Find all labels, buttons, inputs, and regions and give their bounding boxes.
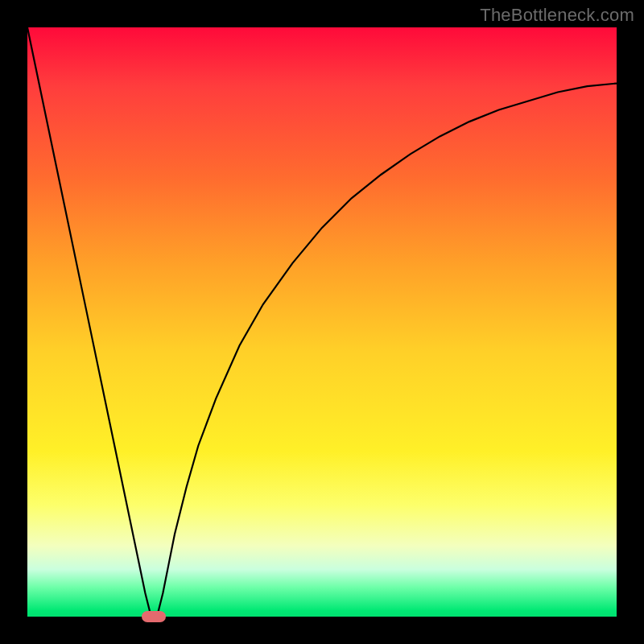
curve-layer (27, 27, 617, 617)
plot-area (27, 27, 617, 617)
watermark-text: TheBottleneck.com (480, 5, 634, 26)
optimum-marker (142, 611, 166, 622)
chart-frame: TheBottleneck.com (0, 0, 644, 644)
series-line (27, 27, 617, 617)
